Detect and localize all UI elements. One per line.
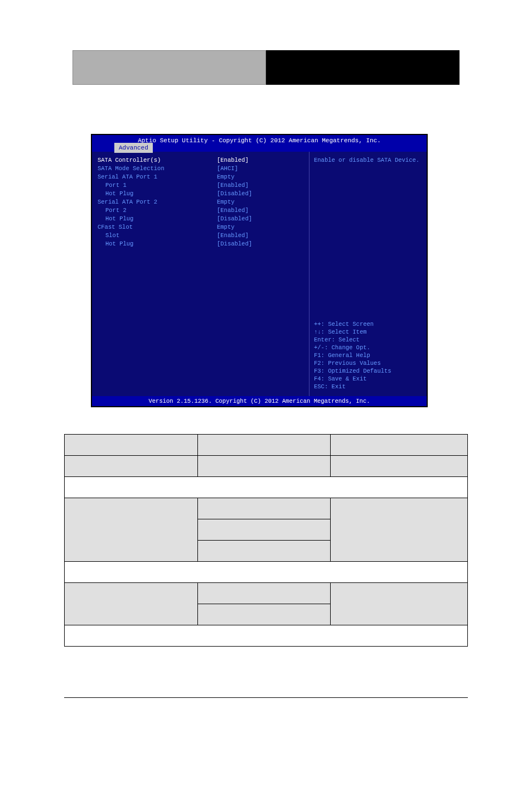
table-cell (331, 435, 468, 456)
header-right (266, 50, 460, 85)
key-hint: +/-: Change Opt. (314, 344, 422, 351)
key-hint: Enter: Select (314, 336, 422, 344)
table-cell (197, 456, 331, 477)
setting-label: Hot Plug (98, 215, 217, 223)
table-cell (65, 477, 468, 498)
setting-value: [AHCI] (217, 165, 303, 173)
table-cell (197, 583, 331, 604)
setting-value: [Enabled] (217, 232, 303, 240)
setting-value: Empty (217, 173, 303, 181)
setting-slot[interactable]: Slot [Enabled] (98, 232, 303, 240)
bios-key-legend: ++: Select Screen ↑↓: Select Item Enter:… (314, 320, 422, 391)
key-hint: F1: General Help (314, 351, 422, 359)
bios-setup-screen: Aptio Setup Utility - Copyright (C) 2012… (91, 134, 428, 407)
header-left (72, 50, 266, 85)
setting-label: Slot (98, 232, 217, 240)
divider (64, 697, 468, 698)
bios-help-panel: Enable or disable SATA Device. ++: Selec… (309, 152, 427, 396)
setting-hotplug2[interactable]: Hot Plug [Disabled] (98, 215, 303, 223)
setting-label: Port 1 (98, 181, 217, 190)
bios-footer: Version 2.15.1236. Copyright (C) 2012 Am… (92, 396, 427, 406)
table-row (65, 583, 468, 604)
table-cell (65, 456, 198, 477)
key-hint: F3: Optimized Defaults (314, 367, 422, 375)
spec-table (64, 434, 468, 647)
table-cell (65, 625, 468, 647)
setting-value: [Enabled] (217, 156, 303, 165)
table-cell (197, 604, 331, 625)
setting-value: Empty (217, 198, 303, 206)
setting-sata-controllers[interactable]: SATA Controller(s) [Enabled] (98, 156, 303, 165)
table-cell (331, 498, 468, 562)
table-row (65, 456, 468, 477)
table-cell (65, 583, 198, 625)
table-row (65, 562, 468, 583)
page-header (72, 50, 460, 85)
setting-hotplug1[interactable]: Hot Plug [Disabled] (98, 190, 303, 198)
bios-title-bar: Aptio Setup Utility - Copyright (C) 2012… (92, 135, 427, 152)
table-row (65, 477, 468, 498)
setting-value: [Enabled] (217, 181, 303, 190)
setting-sata-port1: Serial ATA Port 1 Empty (98, 173, 303, 181)
key-hint: ++: Select Screen (314, 320, 422, 328)
table-cell (197, 498, 331, 519)
table-cell (65, 498, 198, 562)
table-row (65, 625, 468, 647)
setting-label: SATA Controller(s) (98, 156, 217, 165)
key-hint: F4: Save & Exit (314, 375, 422, 383)
setting-value: [Disabled] (217, 215, 303, 223)
setting-cfast-slot: CFast Slot Empty (98, 223, 303, 232)
setting-value: Empty (217, 223, 303, 232)
bios-body: SATA Controller(s) [Enabled] SATA Mode S… (92, 152, 427, 396)
key-hint: ↑↓: Select Item (314, 328, 422, 336)
table-row (65, 435, 468, 456)
setting-sata-port2: Serial ATA Port 2 Empty (98, 198, 303, 206)
setting-port2[interactable]: Port 2 [Enabled] (98, 206, 303, 215)
setting-port1[interactable]: Port 1 [Enabled] (98, 181, 303, 190)
table-cell (331, 456, 468, 477)
table-cell (331, 583, 468, 625)
setting-value: [Disabled] (217, 240, 303, 248)
table-cell (197, 541, 331, 562)
table-cell (197, 435, 331, 456)
help-text: Enable or disable SATA Device. (314, 156, 422, 164)
setting-hotplug3[interactable]: Hot Plug [Disabled] (98, 240, 303, 248)
setting-value: [Disabled] (217, 190, 303, 198)
setting-label: Hot Plug (98, 240, 217, 248)
table-cell (65, 562, 468, 583)
setting-label: Hot Plug (98, 190, 217, 198)
table-cell (65, 435, 198, 456)
bios-settings-panel: SATA Controller(s) [Enabled] SATA Mode S… (92, 152, 309, 396)
key-hint: F2: Previous Values (314, 359, 422, 367)
setting-label: Serial ATA Port 2 (98, 198, 217, 206)
setting-label: SATA Mode Selection (98, 165, 217, 173)
setting-value: [Enabled] (217, 206, 303, 215)
table-cell (197, 519, 331, 541)
table-row (65, 498, 468, 519)
key-hint: ESC: Exit (314, 383, 422, 391)
bios-tab-advanced[interactable]: Advanced (114, 143, 153, 153)
setting-sata-mode[interactable]: SATA Mode Selection [AHCI] (98, 165, 303, 173)
setting-label: CFast Slot (98, 223, 217, 232)
setting-label: Port 2 (98, 206, 217, 215)
setting-label: Serial ATA Port 1 (98, 173, 217, 181)
